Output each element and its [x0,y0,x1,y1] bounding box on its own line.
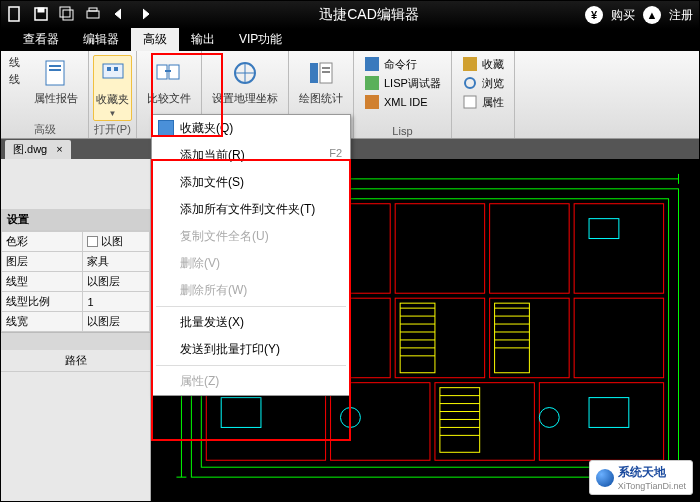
table-row: 色彩以图 [2,232,150,252]
menu-delete-all: 删除所有(W) [152,277,350,304]
tab-output[interactable]: 输出 [179,28,227,51]
ribbon-group-extra: 收藏 浏览 属性 [452,51,515,138]
new-icon[interactable] [7,6,23,25]
svg-point-24 [465,78,475,88]
svg-rect-18 [322,67,330,69]
svg-rect-32 [574,204,663,293]
svg-rect-5 [87,11,99,18]
save-icon[interactable] [33,6,49,25]
ribbon-group-lisp: 命令行 LISP调试器 XML IDE Lisp [354,51,452,138]
browse-button[interactable]: 浏览 [460,74,506,92]
menu-separator [156,306,346,307]
undo-icon[interactable] [111,6,127,25]
checkbox-icon [87,236,98,247]
svg-rect-20 [365,57,379,71]
tab-editor[interactable]: 编辑器 [71,28,131,51]
svg-rect-42 [400,303,435,373]
menu-send-to-batch-print[interactable]: 发送到批量打印(Y) [152,336,350,363]
table-row: 图层家具 [2,252,150,272]
group-title-advanced: 高级 [34,121,56,137]
drawing-stats-button[interactable]: 绘图统计 [297,55,345,108]
svg-rect-35 [395,298,484,378]
svg-rect-22 [365,95,379,109]
table-row: 线宽以图层 [2,312,150,332]
cmdline-button[interactable]: 命令行 [362,55,443,73]
menu-add-current[interactable]: 添加当前(R)F2 [152,142,350,169]
tab-viewer[interactable]: 查看器 [11,28,71,51]
properties-table: 色彩以图 图层家具 线型以图层 线型比例1 线宽以图层 [1,231,150,332]
watermark-logo: 系统天地 XiTongTianDi.net [589,460,693,495]
svg-rect-6 [89,8,97,11]
svg-rect-23 [463,57,477,71]
fav-button[interactable]: 收藏 [460,55,506,73]
svg-rect-19 [322,71,330,73]
favorites-dropdown: 收藏夹(Q) 添加当前(R)F2 添加文件(S) 添加所有文件到文件夹(T) 复… [151,114,351,396]
svg-rect-66 [221,398,261,428]
ribbon-group-favorites: 收藏夹 ▼ 打开(P) [89,51,137,138]
main-tabs: 查看器 编辑器 高级 输出 VIP功能 [1,29,699,51]
polyline-label[interactable]: 线 [9,72,20,87]
attr-report-button[interactable]: 属性报告 [32,55,80,108]
save-all-icon[interactable] [59,6,75,25]
menu-delete: 删除(V) [152,250,350,277]
svg-rect-16 [310,63,318,83]
svg-rect-7 [46,61,64,85]
svg-rect-67 [589,398,629,428]
register-link[interactable]: 注册 [669,7,693,24]
menu-copy-fullname: 复制文件全名(U) [152,223,350,250]
svg-rect-8 [49,65,61,67]
menu-add-all-to-folder[interactable]: 添加所有文件到文件夹(T) [152,196,350,223]
open-label: 打开(P) [94,121,131,137]
chevron-down-icon: ▼ [109,109,117,118]
logo-icon [596,469,614,487]
line-label[interactable]: 线 [9,55,20,70]
redo-icon[interactable] [137,6,153,25]
tab-vip[interactable]: VIP功能 [227,28,294,51]
table-row: 线型以图层 [2,272,150,292]
close-icon[interactable]: × [56,143,62,155]
svg-rect-2 [38,8,44,12]
svg-rect-9 [49,69,61,71]
table-row: 线型比例1 [2,292,150,312]
svg-rect-11 [107,67,111,71]
app-title: 迅捷CAD编辑器 [153,6,585,24]
xml-ide-button[interactable]: XML IDE [362,93,443,111]
svg-rect-10 [103,64,123,78]
svg-rect-4 [63,10,73,20]
menu-favorites[interactable]: 收藏夹(Q) [152,115,350,142]
menu-batch-send[interactable]: 批量发送(X) [152,309,350,336]
group-title-lisp: Lisp [392,124,412,137]
svg-rect-21 [365,76,379,90]
titlebar: 迅捷CAD编辑器 ¥ 购买 ▲ 注册 [1,1,699,29]
settings-header: 设置 [1,209,150,231]
ribbon-group-advanced: 线 线 属性报告 高级 [1,51,89,138]
print-icon[interactable] [85,6,101,25]
user-icon: ▲ [643,6,661,24]
doc-tab[interactable]: 图.dwg × [5,140,71,159]
favorites-button[interactable]: 收藏夹 ▼ [93,55,132,121]
svg-rect-12 [114,67,118,71]
svg-rect-65 [589,219,619,239]
svg-rect-37 [574,298,663,378]
currency-icon: ¥ [585,6,603,24]
svg-rect-0 [9,7,19,21]
buy-link[interactable]: 购买 [611,7,635,24]
menu-properties: 属性(Z) [152,368,350,395]
geo-coord-button[interactable]: 设置地理坐标 [210,55,280,108]
attr-button[interactable]: 属性 [460,93,506,111]
compare-files-button[interactable]: 比较文件 [145,55,193,108]
path-label: 路径 [1,350,150,372]
svg-point-68 [340,408,360,428]
svg-rect-3 [60,7,70,17]
lisp-debugger-button[interactable]: LISP调试器 [362,74,443,92]
svg-rect-50 [495,303,530,373]
tab-advanced[interactable]: 高级 [131,28,179,51]
menu-separator [156,365,346,366]
svg-rect-40 [435,383,534,461]
properties-panel: 设置 色彩以图 图层家具 线型以图层 线型比例1 线宽以图层 路径 [1,159,151,501]
svg-rect-31 [490,204,570,293]
svg-rect-25 [464,96,476,108]
svg-rect-30 [395,204,484,293]
svg-point-69 [539,408,559,428]
menu-add-file[interactable]: 添加文件(S) [152,169,350,196]
